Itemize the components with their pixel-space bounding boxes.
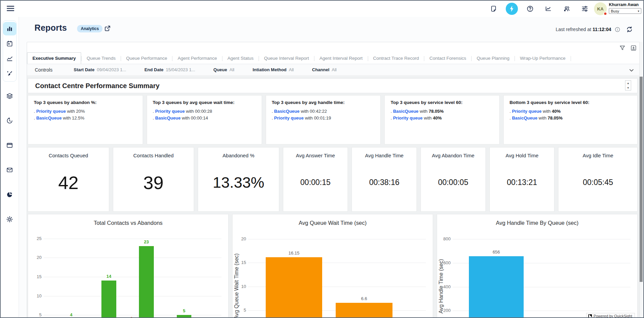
queue-link[interactable]: Priority queue [36,109,66,114]
refresh-icon[interactable] [626,26,633,33]
tab-separator [571,56,571,61]
left-sidebar [1,17,19,317]
page-scrollbar-thumb[interactable] [640,77,643,282]
filter-label: Queue [213,67,227,72]
bar-656[interactable] [469,256,524,318]
scroll-up-icon[interactable]: ▲ [625,81,631,85]
controls-collapse-chevron-icon[interactable] [628,67,635,74]
help-icon [526,5,534,12]
analytics-badge: Analytics [77,25,102,32]
sidebar-item-trends[interactable] [3,52,17,65]
filter-icon[interactable] [619,45,626,51]
bar-14[interactable] [101,281,116,318]
insight-item: . Priority queue with 40% [390,115,494,122]
control-filter-intiation-method[interactable]: Intiation MethodAll [253,67,294,72]
tab-executive-summary[interactable]: Executive Summary [27,52,81,64]
kpi-card: Avg Answer Time00:00:15 [283,147,348,212]
tab-contact-forensics[interactable]: Contact Forensics [424,53,471,64]
queue-link[interactable]: BasicQueue [512,115,537,121]
sidebar-item-pie[interactable] [3,188,17,201]
export-icon[interactable] [630,45,637,51]
insight-value: 40% [433,115,442,121]
bar-5[interactable] [177,315,191,318]
gridline [44,258,221,258]
bar-value-label: 6.6 [349,296,379,301]
sidebar-item-annotate[interactable] [3,67,17,80]
tab-agent-interval-report[interactable]: Agent Interval Report [314,53,368,64]
bar-value-label: 14 [94,274,124,279]
sidebar-item-mail[interactable] [3,163,17,177]
control-filter-channel[interactable]: ChannelAll [312,67,337,72]
insight-value: 00:42:22 [310,109,327,114]
sidebar-item-history[interactable] [3,114,17,127]
avatar[interactable]: KA [594,2,607,15]
queue-link[interactable]: Priority queue [274,115,304,121]
mail-icon [6,166,13,174]
tab-queue-planning[interactable]: Queue Planning [472,53,515,64]
y-tick-label: 10 [29,293,42,298]
queue-link[interactable]: Priority queue [155,109,185,114]
bar-23[interactable] [139,246,154,318]
calendar-icon [6,40,13,47]
sidebar-primary-group [3,20,17,82]
tab-wrap-up-performance[interactable]: Wrap-Up Performance [515,53,571,64]
control-filter-end-date[interactable]: End Date15/04/2023 1... [144,67,195,72]
insight-item: . BasicQueue with 00:42:22 [272,108,375,115]
queue-link[interactable]: BasicQueue [274,109,300,114]
bar-16.15[interactable] [266,257,322,318]
hamburger-menu-icon[interactable] [6,4,15,13]
agents-icon-button[interactable] [560,3,573,15]
queue-link[interactable]: Priority queue [512,109,541,114]
bar-6.6[interactable] [336,303,392,318]
panel-tools [619,45,637,51]
notes-icon-button[interactable] [487,3,500,15]
insight-value: 78.05% [548,115,563,121]
metrics-icon [545,5,552,12]
controls-fields: Start Date09/04/2023 1...End Date15/04/2… [74,67,355,72]
settings-sliders-icon-button[interactable] [579,3,591,15]
insight-card-title: Top 3 queues by avg queue wait time: [153,100,256,105]
sidebar-item-windows[interactable] [3,138,17,152]
bar-value-label: 16.15 [279,250,309,256]
insight-item: . BasicQueue with 78.05% [509,115,631,122]
chart-title: Avg Queue Wait Time (sec) [233,220,433,226]
queue-link[interactable]: BasicQueue [155,115,181,121]
kpi-title: Avg Answer Time [296,153,335,158]
page-scrollbar-track[interactable] [639,42,643,317]
notes-icon [490,5,497,12]
control-filter-start-date[interactable]: Start Date09/04/2023 1... [74,67,126,72]
user-block: Khurram Awan Busy ▾ [609,2,641,14]
flash-icon-button[interactable] [506,3,518,15]
queue-link[interactable]: BasicQueue [36,115,62,121]
gridline [248,239,426,239]
queue-link[interactable]: Priority queue [393,115,423,121]
controls-label: Controls [35,67,74,73]
info-icon[interactable] [615,27,620,32]
tab-queue-trends[interactable]: Queue Trends [81,53,121,64]
insight-card-title: Top 3 queues by service level 60: [390,100,494,105]
insight-card-title: Bottom 3 queues by service level 60: [509,100,631,105]
insight-value: 00:00:14 [191,115,208,121]
tab-queue-performance[interactable]: Queue Performance [121,53,172,64]
tab-contract-trace-record[interactable]: Contract Trace Record [368,53,424,64]
tab-queue-interval-report[interactable]: Queue Interval Report [259,53,314,64]
status-select[interactable]: Busy ▾ [609,8,641,14]
filter-value: 15/04/2023 1... [166,67,195,72]
sidebar-item-settings[interactable] [3,212,17,226]
open-external-icon[interactable] [104,25,111,32]
quicksight-logo [588,314,592,318]
help-icon-button[interactable] [524,3,536,15]
queue-link[interactable]: BasicQueue [393,109,419,114]
bar-value-label: 5 [169,308,199,313]
sidebar-item-schedule[interactable] [3,37,17,50]
bar-value-label: 656 [481,249,511,255]
tab-agent-performance[interactable]: Agent Performance [172,53,222,64]
agents-icon [563,5,570,12]
metrics-icon-button[interactable] [542,3,554,15]
report-panel: Executive SummaryQueue TrendsQueue Perfo… [27,42,641,318]
scroll-down-icon[interactable]: ▼ [625,85,631,90]
sidebar-item-layers[interactable] [3,89,17,103]
control-filter-queue[interactable]: QueueAll [213,67,234,72]
tab-agent-status[interactable]: Agent Status [222,53,259,64]
sidebar-item-reports[interactable] [3,22,17,35]
